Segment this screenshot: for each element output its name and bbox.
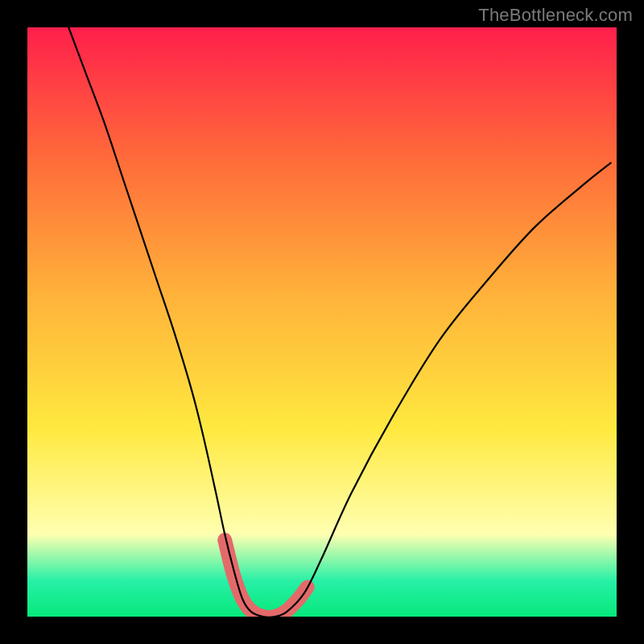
chart-svg [27,27,617,617]
plot-area [27,27,617,617]
outer-frame: TheBottleneck.com [0,0,644,644]
gradient-background [27,27,617,617]
watermark-text: TheBottleneck.com [478,5,633,26]
